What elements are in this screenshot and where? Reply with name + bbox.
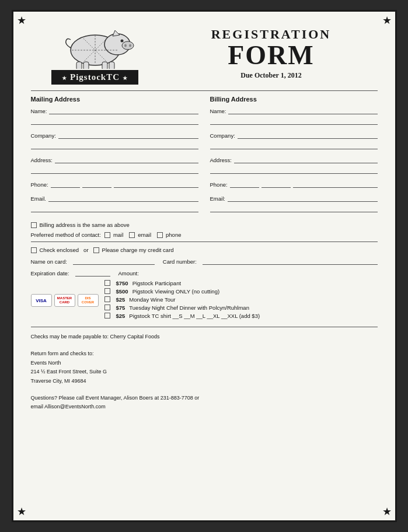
mailing-phone-field: Phone: <box>31 180 198 188</box>
return-label: Return form and checks to: <box>31 350 378 358</box>
billing-address-heading: Billing Address <box>210 96 378 103</box>
mailing-phone-area[interactable] <box>51 180 80 188</box>
option-1-desc: Pigstock Participant <box>132 280 181 286</box>
header: ★ PigstockTC ★ REGISTRATION FORM Due Oct… <box>31 22 378 85</box>
mailing-email-field: Email. <box>31 194 198 212</box>
email-checkbox[interactable] <box>129 232 135 238</box>
checks-payable: Checks may be made payable to: Cherry Ca… <box>31 333 378 341</box>
payment-section: Check enclosed or Please charge my credi… <box>31 247 378 276</box>
svg-point-2 <box>122 41 134 50</box>
mailing-phone-label: Phone: <box>31 181 48 188</box>
billing-phone-number[interactable] <box>293 180 378 188</box>
svg-point-4 <box>129 44 131 47</box>
mailing-address-field: Address: <box>31 155 198 174</box>
pig-illustration <box>54 22 136 69</box>
mailing-email-input[interactable] <box>48 194 198 202</box>
mailing-company-line2[interactable] <box>31 141 198 149</box>
mailing-company-label: Company: <box>31 132 56 139</box>
option-5-price: $25 <box>116 313 125 319</box>
billing-email-input[interactable] <box>228 194 378 202</box>
mailing-name-input[interactable] <box>49 106 198 114</box>
billing-address-line2[interactable] <box>210 166 378 174</box>
billing-company-line2[interactable] <box>210 141 378 149</box>
mailing-address-input[interactable] <box>55 155 198 163</box>
preferred-contact-row: Preferred method of contact: mail email … <box>31 232 378 238</box>
billing-email-line2[interactable] <box>210 204 378 212</box>
questions-text: Questions? Please call Event Manager, Al… <box>31 394 378 402</box>
preferred-contact-label: Preferred method of contact: <box>31 232 101 238</box>
expiration-input[interactable] <box>75 268 110 276</box>
option-4-price: $75 <box>116 304 125 311</box>
billing-phone-field: Phone: <box>210 180 378 188</box>
discover-logo: DISCOVER <box>78 294 99 307</box>
mailing-name-label: Name: <box>31 108 47 114</box>
expiration-row: Expiration date: Amount: <box>31 268 378 276</box>
name-on-card-input[interactable] <box>73 257 155 265</box>
expiration-label: Expiration date: <box>31 270 69 276</box>
credit-card-checkbox[interactable] <box>93 247 99 253</box>
billing-address-input[interactable] <box>234 155 378 163</box>
billing-name-label: Name: <box>210 108 226 114</box>
svg-point-3 <box>124 44 127 47</box>
mailing-phone-number[interactable] <box>114 180 198 188</box>
option-2-desc: Pigstock Viewing ONLY (no cutting) <box>132 288 219 295</box>
option-2-price: $500 <box>116 288 128 295</box>
billing-email-label: Email: <box>210 195 225 202</box>
option-1-price: $750 <box>116 280 128 286</box>
corner-star-tr: ★ <box>382 15 392 26</box>
card-logos: VISA MASTERCARD DISCOVER <box>31 280 99 321</box>
or-label: or <box>83 247 88 253</box>
return-line3: Traverse City, MI 49684 <box>31 377 378 386</box>
return-line1: Events North <box>31 359 378 368</box>
payment-type-row: Check enclosed or Please charge my credi… <box>31 247 378 253</box>
mailing-phone-prefix[interactable] <box>82 180 111 188</box>
name-on-card-label: Name on card: <box>31 258 67 265</box>
option-3-price: $25 <box>116 296 125 303</box>
mastercard-logo: MASTERCARD <box>54 294 75 307</box>
check-enclosed-label: Check enclosed <box>40 247 79 253</box>
option-1-checkbox[interactable] <box>104 280 110 286</box>
mailing-address-line2[interactable] <box>31 166 198 174</box>
card-number-label: Card number: <box>163 258 197 265</box>
card-number-input[interactable] <box>203 257 378 265</box>
logo-banner: ★ PigstockTC ★ <box>51 70 138 85</box>
corner-star-tl: ★ <box>17 15 26 26</box>
option-5-checkbox[interactable] <box>104 313 110 318</box>
option-3-checkbox[interactable] <box>104 296 110 302</box>
option-2-checkbox[interactable] <box>104 288 110 294</box>
mailing-company-input[interactable] <box>58 131 198 139</box>
svg-rect-7 <box>102 62 107 69</box>
mailing-email-label: Email. <box>31 195 46 202</box>
billing-name-line2[interactable] <box>210 117 378 125</box>
svg-rect-8 <box>109 62 114 69</box>
return-line2: 214 ½ East Front Street, Suite G <box>31 368 378 376</box>
billing-name-field: Name: <box>210 106 378 125</box>
check-enclosed-checkbox[interactable] <box>31 247 37 253</box>
mailing-name-line2[interactable] <box>31 117 198 125</box>
billing-same-row: Billing address is the same as above <box>31 222 378 228</box>
title-area: REGISTRATION FORM Due October 1, 2012 <box>165 22 378 80</box>
email-label: email <box>138 232 151 238</box>
option-item-1: $750 Pigstock Participant <box>104 280 378 286</box>
phone-checkbox[interactable] <box>157 232 163 238</box>
billing-same-checkbox[interactable] <box>31 222 37 228</box>
mail-label: mail <box>113 232 123 238</box>
billing-company-input[interactable] <box>238 131 378 139</box>
billing-address-field: Address: <box>210 155 378 174</box>
option-5-desc: Pigstock TC shirt __S __M __L __XL __XXL… <box>129 313 260 319</box>
title-form: FORM <box>165 42 378 69</box>
mailing-email-line2[interactable] <box>31 204 198 212</box>
billing-phone-area[interactable] <box>230 180 259 188</box>
options-list: $750 Pigstock Participant $500 Pigstock … <box>104 280 378 321</box>
svg-point-5 <box>120 40 123 43</box>
billing-same-label: Billing address is the same as above <box>40 222 130 228</box>
option-item-2: $500 Pigstock Viewing ONLY (no cutting) <box>104 288 378 295</box>
logo-area: ★ PigstockTC ★ <box>31 22 159 85</box>
svg-marker-6 <box>113 30 120 36</box>
billing-name-input[interactable] <box>228 106 377 114</box>
billing-phone-label: Phone: <box>210 181 228 188</box>
mail-checkbox[interactable] <box>104 232 110 238</box>
svg-rect-10 <box>76 62 82 69</box>
option-4-checkbox[interactable] <box>104 304 110 310</box>
billing-phone-prefix[interactable] <box>261 180 291 188</box>
